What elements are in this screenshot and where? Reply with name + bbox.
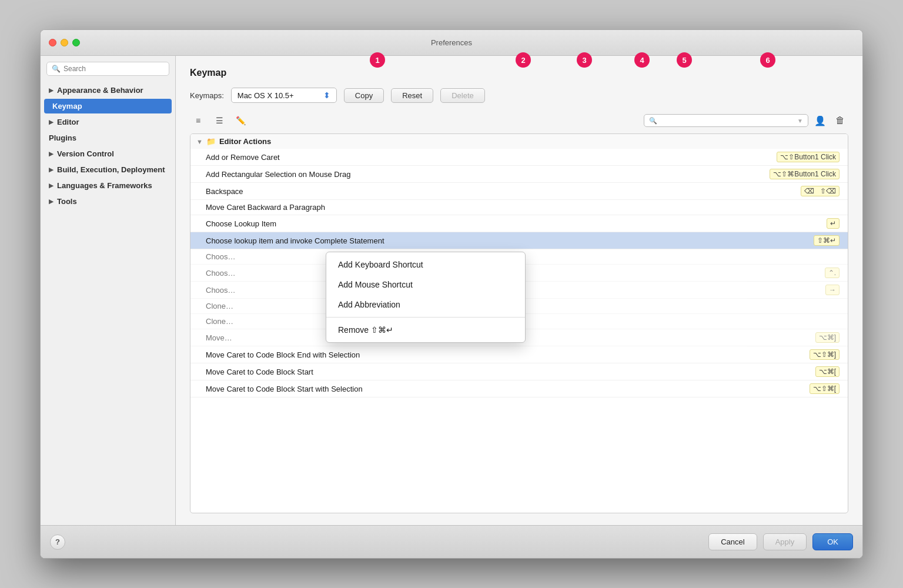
traffic-lights bbox=[49, 39, 80, 46]
badge-3: 3 bbox=[577, 52, 592, 68]
cancel-button[interactable]: Cancel bbox=[708, 533, 757, 550]
sidebar-item-keymap[interactable]: Keymap bbox=[44, 99, 172, 113]
expand-all-button[interactable]: ≡ bbox=[190, 113, 206, 128]
shortcut-7: ⌃. bbox=[825, 268, 840, 278]
titlebar: Preferences bbox=[41, 30, 862, 56]
arrow-icon: ▶ bbox=[49, 151, 53, 157]
action-row-4[interactable]: Choose Lookup Item ↵ bbox=[190, 215, 848, 232]
sidebar-item-languages[interactable]: ▶ Languages & Frameworks bbox=[41, 178, 175, 193]
actions-list: ▼ 📁 Editor Actions Add or Remove Caret ⌥… bbox=[190, 133, 848, 513]
dropdown-arrows-icon: ⬍ bbox=[323, 91, 330, 100]
keymap-dropdown[interactable]: Mac OS X 10.5+ ⬍ bbox=[231, 88, 337, 103]
action-row-14[interactable]: Move Caret to Code Block Start with Sele… bbox=[190, 380, 848, 397]
shortcut-11: ⌥⌘] bbox=[815, 332, 840, 343]
actions-search[interactable]: 🔍 ▼ bbox=[644, 114, 808, 127]
shortcut-14: ⌥⇧⌘[ bbox=[810, 383, 840, 394]
reset-button[interactable]: Reset bbox=[391, 88, 433, 103]
user-icon-button[interactable]: 👤 bbox=[812, 112, 828, 129]
arrow-icon: ▶ bbox=[49, 119, 53, 125]
sidebar-item-plugins[interactable]: Plugins bbox=[41, 131, 175, 145]
search-field-right: 🔍 ▼ 👤 🗑 bbox=[644, 112, 848, 129]
shortcut-12: ⌥⇧⌘] bbox=[810, 349, 840, 360]
badge-5: 5 bbox=[677, 52, 692, 68]
action-row-3[interactable]: Move Caret Backward a Paragraph bbox=[190, 200, 848, 215]
action-row-0[interactable]: Add or Remove Caret ⌥⇧Button1 Click bbox=[190, 149, 848, 166]
context-remove[interactable]: Remove ⇧⌘↵ bbox=[326, 320, 525, 340]
shortcut-13: ⌥⌘[ bbox=[815, 366, 840, 377]
bottom-bar: ? Cancel Apply OK bbox=[41, 525, 862, 558]
sidebar-item-vcs[interactable]: ▶ Version Control bbox=[41, 146, 175, 161]
context-menu: Add Keyboard Shortcut Add Mouse Shortcut… bbox=[326, 252, 526, 343]
window-title: Preferences bbox=[431, 38, 472, 47]
shortcut-4: ↵ bbox=[827, 218, 840, 229]
help-button[interactable]: ? bbox=[50, 534, 65, 550]
shortcut-2: ⌫ ⇧⌫ bbox=[801, 186, 840, 196]
context-add-abbreviation[interactable]: Add Abbreviation bbox=[326, 295, 525, 315]
keymaps-label: Keymaps: bbox=[190, 91, 224, 100]
context-add-keyboard-shortcut[interactable]: Add Keyboard Shortcut bbox=[326, 255, 525, 275]
folder-icon: 📁 bbox=[206, 137, 216, 146]
edit-button[interactable]: ✏️ bbox=[232, 113, 249, 128]
badge-6: 6 bbox=[760, 52, 775, 68]
shortcut-5: ⇧⌘↵ bbox=[814, 235, 840, 246]
ok-button[interactable]: OK bbox=[812, 533, 853, 550]
badge-4: 4 bbox=[634, 52, 650, 68]
actions-search-input[interactable] bbox=[660, 116, 795, 125]
toolbar-row: ≡ ☰ ✏️ 🔍 ▼ 👤 🗑 bbox=[190, 112, 848, 129]
apply-button[interactable]: Apply bbox=[763, 533, 807, 550]
sidebar-item-tools[interactable]: ▶ Tools bbox=[41, 194, 175, 209]
context-divider bbox=[326, 317, 525, 318]
sidebar-item-appearance[interactable]: ▶ Appearance & Behavior bbox=[41, 83, 175, 98]
action-row-13[interactable]: Move Caret to Code Block Start ⌥⌘[ bbox=[190, 363, 848, 380]
shortcut-1: ⌥⇧⌘Button1 Click bbox=[770, 169, 840, 179]
shortcut-8: → bbox=[825, 285, 840, 295]
action-row-1[interactable]: Add Rectangular Selection on Mouse Drag … bbox=[190, 166, 848, 183]
preferences-window: 1 2 3 4 5 6 Preferences 🔍 ▶ Appearance &… bbox=[40, 29, 863, 559]
collapse-all-button[interactable]: ☰ bbox=[211, 113, 228, 128]
arrow-icon: ▶ bbox=[49, 182, 53, 189]
main-panel: Keymap Keymaps: Mac OS X 10.5+ ⬍ Copy Re… bbox=[176, 56, 862, 525]
shortcut-0: ⌥⇧Button1 Click bbox=[777, 152, 840, 162]
arrow-icon: ▶ bbox=[49, 87, 53, 93]
sidebar-item-editor[interactable]: ▶ Editor bbox=[41, 115, 175, 129]
action-row-2[interactable]: Backspace ⌫ ⇧⌫ bbox=[190, 183, 848, 200]
close-button[interactable] bbox=[49, 39, 56, 46]
bottom-buttons: Cancel Apply OK bbox=[708, 533, 853, 550]
copy-button[interactable]: Copy bbox=[344, 88, 384, 103]
sidebar-item-build[interactable]: ▶ Build, Execution, Deployment bbox=[41, 162, 175, 177]
keymap-row: Keymaps: Mac OS X 10.5+ ⬍ Copy Reset Del… bbox=[190, 88, 848, 103]
delete-button[interactable]: Delete bbox=[440, 88, 485, 103]
search-small-icon: 🔍 bbox=[649, 117, 657, 125]
arrow-icon: ▶ bbox=[49, 166, 53, 173]
search-bar[interactable]: 🔍 bbox=[46, 62, 169, 76]
badge-1: 1 bbox=[370, 52, 385, 68]
sidebar: 🔍 ▶ Appearance & Behavior Keymap ▶ Edito… bbox=[41, 56, 176, 525]
trash-icon-button[interactable]: 🗑 bbox=[832, 112, 848, 129]
dropdown-arrow-icon: ▼ bbox=[797, 118, 803, 124]
editor-actions-group: ▼ 📁 Editor Actions bbox=[190, 134, 848, 149]
action-row-5[interactable]: Choose lookup item and invoke Complete S… bbox=[190, 232, 848, 249]
arrow-icon: ▶ bbox=[49, 198, 53, 205]
search-input[interactable] bbox=[63, 65, 164, 73]
content-area: 🔍 ▶ Appearance & Behavior Keymap ▶ Edito… bbox=[41, 56, 862, 525]
context-add-mouse-shortcut[interactable]: Add Mouse Shortcut bbox=[326, 275, 525, 295]
page-title: Keymap bbox=[190, 68, 848, 78]
maximize-button[interactable] bbox=[72, 39, 80, 46]
search-icon: 🔍 bbox=[52, 65, 61, 73]
minimize-button[interactable] bbox=[61, 39, 68, 46]
collapse-icon[interactable]: ▼ bbox=[196, 138, 203, 145]
action-row-12[interactable]: Move Caret to Code Block End with Select… bbox=[190, 346, 848, 363]
badge-2: 2 bbox=[516, 52, 531, 68]
